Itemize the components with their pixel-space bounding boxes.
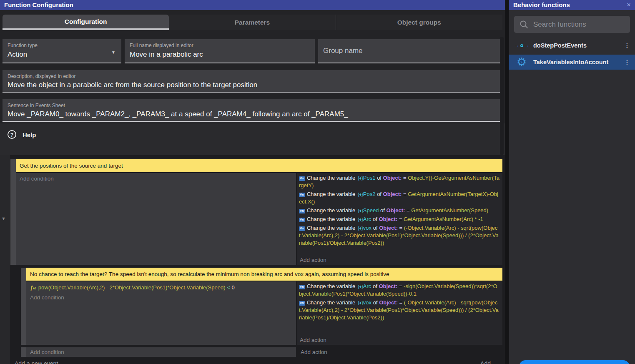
- full-name-value: Move in a parabolic arc: [130, 50, 310, 59]
- variable-action-icon: Var: [299, 193, 305, 197]
- add-function-button[interactable]: [519, 360, 630, 364]
- help-icon[interactable]: ?: [8, 130, 16, 139]
- add-action-button[interactable]: Add action: [299, 256, 500, 264]
- lifecycle-function-icon: → →: [515, 43, 528, 48]
- event-2-comment[interactable]: No chance to reach the target? The speed…: [26, 268, 502, 281]
- variable-action-icon: Var: [299, 301, 305, 306]
- search-input[interactable]: [533, 20, 625, 29]
- variable-badge-icon: {♦}: [358, 284, 363, 289]
- variable-badge-icon: {♦}: [358, 192, 363, 197]
- description-label: Description, displayed in editor: [8, 73, 497, 79]
- full-name-label: Full name displayed in editor: [130, 43, 310, 48]
- group-name-label: Group name: [323, 39, 497, 63]
- event-2-actions: VarChange the variable {♦}Arc of Object:…: [297, 281, 502, 345]
- dialog-scrollbar[interactable]: [500, 37, 504, 155]
- action-row[interactable]: VarChange the variable {♦}Pos2 of Object…: [299, 191, 500, 206]
- event-1-actions: VarChange the variable {♦}Pos1 of Object…: [297, 173, 502, 265]
- event-2: No chance to reach the target? The speed…: [21, 268, 502, 345]
- description-value: Move the object in a parabolic arc from …: [8, 81, 497, 89]
- app-root: Function Configuration Configuration Par…: [0, 0, 635, 364]
- events-left-gutter: [0, 155, 10, 364]
- function-type-value: Action: [8, 50, 116, 59]
- behavior-function-icon: ⚙ »: [515, 56, 528, 68]
- action-row[interactable]: VarChange the variable {♦}Arc of Object:…: [299, 283, 500, 298]
- sentence-field[interactable]: Sentence in Events Sheet Move _PARAM0_ t…: [3, 99, 502, 122]
- behavior-functions-panel: Behavior functions × → → doStepPostEvent…: [509, 0, 635, 364]
- variable-badge-icon: {♦}: [358, 217, 363, 222]
- search-box: [514, 16, 630, 33]
- variable-badge-icon: {♦}: [358, 176, 363, 181]
- function-item-label: doStepPostEvents: [533, 42, 624, 49]
- event-3-drag-handle[interactable]: [21, 347, 26, 357]
- group-name-field[interactable]: Group name: [318, 39, 502, 63]
- sentence-label: Sentence in Events Sheet: [8, 103, 497, 108]
- event-1-content: Get the positions of the source and targ…: [16, 159, 502, 265]
- condition-row[interactable]: ƒωpow(Object.Variable(Arc),2) - 2*Object…: [26, 281, 296, 292]
- event-3: Add condition Add action: [21, 347, 502, 357]
- event-1-body: Add condition VarChange the variable {♦}…: [16, 173, 502, 265]
- variable-action-icon: Var: [299, 226, 305, 231]
- expression-fx-icon: ƒω: [30, 284, 36, 291]
- fold-arrow-icon[interactable]: ▼: [1, 216, 6, 221]
- variable-badge-icon: {♦}: [358, 300, 363, 305]
- field-row: Function type Action ▼ Full name display…: [3, 39, 502, 63]
- panel-divider: [505, 0, 509, 364]
- full-name-field[interactable]: Full name displayed in editor Move in a …: [125, 39, 315, 63]
- function-item-takevariablesintoaccount[interactable]: ⚙ » TakeVariablesIntoAccount ⋮: [509, 55, 635, 70]
- action-row[interactable]: VarChange the variable {♦}vox of Object:…: [299, 299, 500, 321]
- description-field[interactable]: Description, displayed in editor Move th…: [3, 70, 502, 93]
- add-condition-button[interactable]: Add condition: [26, 292, 296, 303]
- event-1-conditions: Add condition: [16, 173, 296, 265]
- variable-action-icon: Var: [299, 176, 305, 181]
- action-row[interactable]: VarChange the variable {♦}Pos1 of Object…: [299, 174, 500, 189]
- add-action-button[interactable]: Add action: [299, 336, 500, 344]
- event-1-drag-handle[interactable]: [10, 159, 16, 265]
- events-sheet: ▼ Get the positions of the source and ta…: [0, 155, 505, 364]
- add-action-button[interactable]: Add action: [297, 347, 502, 357]
- event-2-drag-handle[interactable]: [21, 268, 26, 345]
- action-row[interactable]: VarChange the variable {♦}vox of Object:…: [299, 224, 500, 247]
- item-menu-icon[interactable]: ⋮: [624, 42, 630, 49]
- function-type-select[interactable]: Function type Action ▼: [3, 39, 121, 63]
- variable-badge-icon: {♦}: [358, 208, 363, 213]
- tab-configuration[interactable]: Configuration: [3, 15, 169, 30]
- item-menu-icon[interactable]: ⋮: [624, 59, 630, 65]
- event-2-conditions: ƒωpow(Object.Variable(Arc),2) - 2*Object…: [26, 281, 296, 345]
- dialog-title: Function Configuration: [4, 1, 73, 8]
- tab-object-groups[interactable]: Object groups: [336, 15, 502, 30]
- event-2-content: No chance to reach the target? The speed…: [26, 268, 502, 345]
- add-button[interactable]: Add: [480, 359, 491, 364]
- action-row[interactable]: VarChange the variable {♦}Arc of Object:…: [299, 216, 500, 223]
- events-footer: Add a new event Add: [15, 359, 491, 364]
- help-bar: ? Help: [0, 123, 505, 155]
- search-icon: [520, 20, 529, 29]
- dialog-titlebar: Function Configuration: [0, 0, 505, 10]
- function-configuration-dialog: Function Configuration Configuration Par…: [0, 0, 505, 364]
- panel-titlebar: Behavior functions ×: [509, 0, 635, 10]
- add-new-event-button[interactable]: Add a new event: [15, 359, 58, 364]
- variable-action-icon: Var: [299, 285, 305, 289]
- event-2-body: ƒωpow(Object.Variable(Arc),2) - 2*Object…: [26, 281, 502, 345]
- event-1-comment[interactable]: Get the positions of the source and targ…: [16, 159, 502, 172]
- tab-parameters[interactable]: Parameters: [169, 15, 335, 30]
- close-icon[interactable]: ×: [627, 0, 631, 10]
- function-type-label: Function type: [8, 43, 116, 48]
- variable-action-icon: Var: [299, 218, 305, 222]
- add-condition-button[interactable]: Add condition: [16, 173, 296, 184]
- sentence-value: Move _PARAM0_ towards _PARAM2_, _PARAM3_…: [8, 110, 497, 118]
- add-condition-button[interactable]: Add condition: [26, 347, 296, 357]
- variable-action-icon: Var: [299, 209, 305, 213]
- dropdown-arrow-icon: ▼: [111, 50, 115, 55]
- event-1: Get the positions of the source and targ…: [10, 159, 502, 265]
- variable-badge-icon: {♦}: [358, 226, 363, 231]
- tab-bar: Configuration Parameters Object groups: [3, 15, 502, 30]
- action-row[interactable]: VarChange the variable {♦}Speed of Objec…: [299, 207, 500, 214]
- panel-title: Behavior functions: [513, 0, 570, 10]
- function-item-dostepppostevents[interactable]: → → doStepPostEvents ⋮: [509, 38, 635, 53]
- help-link[interactable]: Help: [23, 131, 36, 155]
- function-item-label: TakeVariablesIntoAccount: [533, 59, 624, 65]
